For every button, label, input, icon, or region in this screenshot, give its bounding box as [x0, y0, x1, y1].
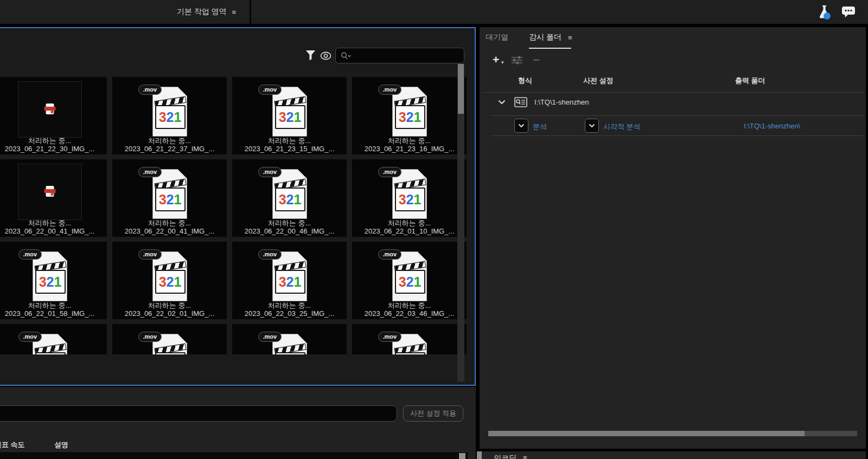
preset-search-input[interactable]	[0, 405, 397, 422]
workspace-tab-label: 기본 작업 영역	[177, 7, 227, 17]
scrollbar-thumb[interactable]	[488, 431, 805, 436]
tab-watch-folders-label: 감시 폴더	[529, 30, 561, 44]
column-comment[interactable]: 설명	[54, 440, 68, 450]
mov-file-icon: 321 .mov	[377, 85, 442, 144]
mov-extension-badge: .mov	[138, 249, 162, 260]
media-item[interactable]: 321 .mov	[232, 324, 347, 354]
item-status-text: 처리하는 중...	[0, 219, 107, 227]
item-status-text: 처리하는 중...	[0, 137, 107, 145]
add-watch-folder-button[interactable]: +	[493, 53, 499, 66]
search-box	[335, 48, 464, 63]
media-item[interactable]: 321 .mov 처리하는 중... 2023_06_21_23_16_IMG_…	[352, 77, 467, 154]
media-browser-header	[0, 48, 475, 66]
horizontal-scrollbar[interactable]	[488, 431, 857, 436]
media-item[interactable]: 321 .mov 처리하는 중... 2023_06_22_03_46_IMG_…	[352, 242, 467, 319]
item-filename: 2023_06_22_03_46_IMG_...	[352, 309, 467, 318]
tab-queue[interactable]: 대기열	[486, 30, 508, 44]
mov-file-icon: 321 .mov	[377, 167, 442, 227]
media-grid-scrollbar[interactable]	[457, 64, 464, 382]
media-item[interactable]: 321 .mov 처리하는 중... 2023_06_22_00_41_IMG_…	[112, 159, 227, 237]
apply-preset-button[interactable]: 사전 설정 적용	[403, 405, 463, 422]
eye-icon[interactable]	[320, 51, 331, 60]
mov-extension-badge: .mov	[258, 332, 282, 342]
item-status-text: 처리하는 중...	[352, 219, 467, 227]
panel-menu-icon[interactable]: ≡	[523, 454, 527, 459]
media-item[interactable]: 321 .mov 처리하는 중... 2023_06_22_00_46_IMG_…	[232, 159, 347, 237]
workspace-tab[interactable]: 기본 작업 영역 ≡	[157, 0, 255, 24]
media-item[interactable]: 321 .mov 처리하는 중... 2023_06_22_01_10_IMG_…	[352, 159, 467, 237]
media-item[interactable]: 321 .mov 처리하는 중... 2023_06_22_01_58_IMG_…	[0, 242, 107, 319]
media-item[interactable]: 321 .mov 처리하는 중... 2023_06_22_02_01_IMG_…	[112, 242, 227, 319]
media-item[interactable]: 321 .mov	[0, 324, 107, 354]
mov-extension-badge: .mov	[138, 85, 162, 95]
watch-folder-path: I:\TQ\1-shenzhen	[534, 98, 589, 106]
tab-watch-folders[interactable]: 감시 폴더 ≡	[529, 30, 571, 49]
mov-file-icon: 321 .mov	[257, 85, 322, 144]
item-filename: 2023_06_22_00_41_IMG_...	[112, 227, 227, 235]
column-preset[interactable]: 사전 설정	[583, 76, 614, 86]
encoding-panel: 인코딩 ≡	[480, 451, 866, 459]
filter-icon[interactable]	[306, 50, 315, 61]
item-filename: 2023_06_21_22_30_IMG_...	[0, 145, 107, 153]
watch-folder-output-row[interactable]: 분석 시각적 분석 I:\TQ\1-shenzhen\	[480, 117, 866, 134]
mov-extension-badge: .mov	[378, 167, 402, 177]
scrollbar-thumb[interactable]	[458, 64, 464, 114]
column-format[interactable]: 형식	[518, 76, 532, 86]
media-item[interactable]: 321 .mov 처리하는 중... 2023_06_21_22_37_IMG_…	[112, 77, 227, 154]
mov-file-icon: 321 .mov	[17, 249, 82, 309]
separator	[490, 135, 864, 136]
mov-extension-badge: .mov	[138, 332, 162, 342]
mov-file-icon: 321 .mov	[377, 249, 442, 309]
media-item[interactable]: 321 .mov 처리하는 중... 2023_06_21_23_15_IMG_…	[232, 77, 347, 154]
search-input[interactable]	[352, 51, 455, 60]
search-icon	[340, 51, 352, 60]
column-target-rate[interactable]: 목표 속도	[0, 440, 25, 450]
beaker-notification-icon[interactable]	[816, 4, 832, 20]
item-filename: 2023_06_21_23_15_IMG_...	[232, 145, 347, 153]
media-item[interactable]: 321 .mov	[352, 324, 467, 354]
media-item[interactable]: 처리하는 중... 2023_06_21_22_30_IMG_...	[0, 77, 107, 154]
item-filename: 2023_06_22_02_01_IMG_...	[112, 309, 227, 318]
mov-file-icon: 321 .mov	[17, 332, 82, 354]
format-value[interactable]: 분석	[533, 122, 547, 132]
column-output-folder[interactable]: 출력 폴더	[735, 76, 765, 86]
mov-file-icon: 321 .mov	[257, 249, 322, 309]
item-filename: 2023_06_22_03_25_IMG_...	[232, 309, 347, 318]
media-item[interactable]: 321 .mov 처리하는 중... 2023_06_22_03_25_IMG_…	[232, 242, 347, 319]
item-status-text: 처리하는 중...	[0, 301, 107, 309]
chat-feedback-icon[interactable]	[841, 5, 856, 18]
item-status-text: 처리하는 중...	[112, 219, 227, 227]
preset-dropdown-button[interactable]	[585, 119, 599, 133]
mov-extension-badge: .mov	[258, 249, 282, 260]
panel-menu-icon[interactable]: ≡	[232, 8, 236, 16]
watch-folders-panel: 대기열 감시 폴더 ≡ + ▾ − 형식 사전 설정 출력 폴더	[480, 27, 866, 449]
settings-sliders-icon[interactable]	[511, 55, 523, 65]
preset-list-scrollbar-thumb[interactable]	[459, 453, 465, 459]
item-status-text: 처리하는 중...	[112, 301, 227, 309]
mov-extension-badge: .mov	[378, 85, 402, 95]
remove-watch-folder-button[interactable]: −	[533, 53, 540, 67]
chevron-down-icon[interactable]	[498, 100, 506, 105]
preset-browser-panel: 사전 설정 적용 목표 속도 설명	[0, 387, 476, 459]
item-filename: 2023_06_22_01_10_IMG_...	[352, 227, 467, 235]
media-browser-panel: 처리하는 중... 2023_06_21_22_30_IMG_... 321	[0, 27, 476, 386]
watch-folder-row[interactable]: I:\TQ\1-shenzhen	[480, 95, 866, 114]
mov-file-icon: 321 .mov	[137, 85, 202, 144]
mov-extension-badge: .mov	[138, 167, 162, 177]
encoding-panel-title: 인코딩	[494, 454, 516, 459]
preset-value[interactable]: 시각적 분석	[603, 122, 641, 132]
item-status-text: 처리하는 중...	[352, 301, 467, 309]
watch-folders-toolbar: + ▾ −	[480, 52, 866, 68]
mov-file-icon: 321 .mov	[137, 332, 202, 354]
processing-thumbnail	[18, 164, 82, 220]
output-folder-value[interactable]: I:\TQ\1-shenzhen\	[718, 122, 826, 130]
media-item[interactable]: 처리하는 중... 2023_06_22_00_41_IMG_...	[0, 159, 107, 237]
scrollbar-fragment	[477, 451, 482, 459]
add-dropdown-caret-icon[interactable]: ▾	[501, 60, 504, 65]
mov-extension-badge: .mov	[378, 249, 402, 260]
generic-file-icon	[46, 186, 54, 197]
media-item[interactable]: 321 .mov	[112, 324, 227, 354]
format-dropdown-button[interactable]	[514, 119, 528, 133]
panel-menu-icon[interactable]: ≡	[568, 34, 572, 42]
mov-extension-badge: .mov	[378, 332, 402, 342]
